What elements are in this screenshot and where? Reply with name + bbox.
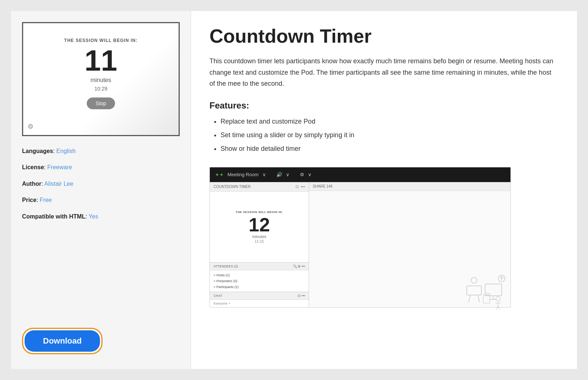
topbar-logo-icon: ✦✦ <box>215 172 224 178</box>
download-btn-wrapper: Download <box>22 328 103 354</box>
page-container: THE SESSION WILL BEGIN IN: 11 minutes 10… <box>11 11 577 369</box>
license-value: Freeware <box>47 164 72 170</box>
mock-attendees-panel: ATTENDEES (2) 🔍 ⊞ ••• > Hosts (1) > Pres… <box>210 262 309 292</box>
topbar-settings-icon: ⚙ <box>300 172 304 177</box>
download-button[interactable]: Download <box>25 330 100 352</box>
svg-line-14 <box>498 306 500 310</box>
illustration <box>463 273 507 311</box>
mock-panel-icons: ⊡ ••• <box>295 184 305 189</box>
mock-time-value: 11:15 <box>255 239 264 244</box>
topbar-audio-icon: 🔊 <box>276 172 282 177</box>
mock-right-header: SHARE 146 <box>309 182 510 191</box>
license-row: License: Freeware <box>22 163 180 171</box>
mock-topbar: ✦✦ Meeting Room ∨ 🔊 ∨ ⚙ ∨ <box>210 167 510 182</box>
page-title: Countdown Timer <box>209 26 559 47</box>
main-content: Countdown Timer This countdown timer let… <box>191 11 577 369</box>
mock-session-label: THE SESSION WILL BEGIN IN: <box>236 210 283 214</box>
svg-line-3 <box>478 295 480 302</box>
mock-presenters-row: > Presenters (0) <box>214 278 305 284</box>
svg-line-2 <box>469 295 470 302</box>
price-row: Price: Free <box>22 196 180 204</box>
svg-point-0 <box>471 277 477 283</box>
gear-icon[interactable]: ⚙ <box>28 122 33 131</box>
mock-chat-panel: CHAT ⊡ ••• Everyone + <box>210 292 309 307</box>
mock-minutes-label: minutes <box>252 234 266 239</box>
content-description: This countdown timer lets participants k… <box>209 56 559 89</box>
mock-countdown-title: COUNTDOWN TIMER <box>214 185 251 189</box>
feature-item-3: Show or hide detailed timer <box>220 144 559 154</box>
price-key: Price <box>22 197 36 203</box>
features-list: Replace text and customize Pod Set time … <box>209 117 559 154</box>
price-value: Free <box>40 197 52 203</box>
svg-rect-1 <box>467 286 481 295</box>
mock-chat-input: Everyone + <box>210 300 309 307</box>
mock-left-panel: COUNTDOWN TIMER ⊡ ••• THE SESSION WILL B… <box>210 182 309 307</box>
mock-chat-icons: ⊡ ••• <box>298 294 305 298</box>
feature-item-1: Replace text and customize Pod <box>220 117 559 127</box>
mock-attendees-icons: 🔍 ⊞ ••• <box>293 264 305 268</box>
topbar-chevron3: ∨ <box>308 172 312 177</box>
svg-rect-9 <box>483 295 490 303</box>
meta-section: Languages: English License: Freeware Aut… <box>11 136 191 320</box>
feature-item-2: Set time using a slider or by simply typ… <box>220 130 559 140</box>
topbar-meeting-room: Meeting Room <box>227 172 259 177</box>
compatible-row: Compatible with HTML: Yes <box>22 213 180 221</box>
screenshot-container: ✦✦ Meeting Room ∨ 🔊 ∨ ⚙ ∨ <box>209 167 511 308</box>
preview-box: THE SESSION WILL BEGIN IN: 11 minutes 10… <box>22 22 180 136</box>
mock-countdown-header: COUNTDOWN TIMER ⊡ ••• <box>210 182 309 192</box>
mock-icon-more: ••• <box>301 184 305 189</box>
mock-participants-row: > Participants (1) <box>214 284 305 290</box>
mock-attendees-header: ATTENDEES (2) 🔍 ⊞ ••• <box>210 263 309 270</box>
mock-countdown-content: THE SESSION WILL BEGIN IN: 12 minutes 11… <box>210 192 309 262</box>
svg-rect-4 <box>485 284 502 296</box>
topbar-chevron2: ∨ <box>286 172 290 177</box>
preview-number: 11 <box>85 46 117 75</box>
author-row: Author: Alistair Lee <box>22 180 180 188</box>
mock-big-number: 12 <box>249 215 270 234</box>
languages-value: English <box>56 148 75 154</box>
compatible-key: Compatible with HTML <box>22 213 85 220</box>
mock-attendees-list: > Hosts (1) > Presenters (0) > Participa… <box>210 270 309 292</box>
preview-time: 10:29 <box>94 86 107 92</box>
author-key: Author <box>22 181 41 187</box>
languages-row: Languages: English <box>22 147 180 155</box>
mock-attendees-title: ATTENDEES (2) <box>214 264 238 268</box>
author-value: Alistair Lee <box>44 181 73 187</box>
mock-hosts-row: > Hosts (1) <box>214 272 305 278</box>
stop-button[interactable]: Stop <box>87 97 115 109</box>
sidebar: THE SESSION WILL BEGIN IN: 11 minutes 10… <box>11 11 191 369</box>
download-section: Download <box>11 320 191 369</box>
svg-point-10 <box>496 296 500 301</box>
mock-chat-title: CHAT <box>214 294 222 298</box>
license-key: License <box>22 164 44 170</box>
mock-chat-header: CHAT ⊡ ••• <box>210 292 309 300</box>
preview-minutes: minutes <box>90 77 111 84</box>
features-heading: Features: <box>209 100 559 111</box>
preview-session-label: THE SESSION WILL BEGIN IN: <box>64 38 138 43</box>
mock-icon-resize: ⊡ <box>295 184 299 189</box>
svg-line-13 <box>496 306 498 310</box>
compatible-value: Yes <box>89 213 98 220</box>
topbar-chevron: ∨ <box>262 172 266 177</box>
languages-key: Languages <box>22 148 53 154</box>
